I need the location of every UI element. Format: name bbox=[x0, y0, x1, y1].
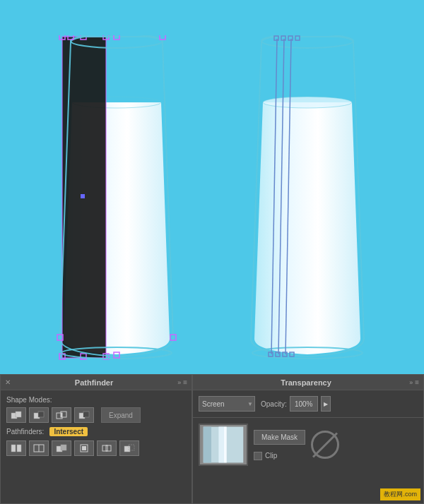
blend-mode-select[interactable]: Screen bbox=[199, 396, 255, 412]
layer-thumbnail bbox=[199, 424, 248, 466]
transparency-panel: ✕ Transparency » ≡ Screen Opacity: ▶ bbox=[192, 374, 424, 504]
svg-rect-11 bbox=[81, 194, 85, 198]
pathfinders-row bbox=[6, 440, 186, 456]
thumbnail-area: Make Mask Clip bbox=[193, 418, 423, 472]
transparency-double-arrow-icon: » bbox=[409, 379, 413, 386]
watermark: 教程网.com bbox=[380, 488, 420, 500]
opacity-input[interactable] bbox=[290, 396, 318, 412]
svg-rect-45 bbox=[11, 445, 16, 452]
svg-rect-44 bbox=[83, 413, 85, 417]
shape-modes-label: Shape Modes: bbox=[6, 396, 186, 404]
svg-rect-53 bbox=[102, 445, 107, 451]
pathfinder-menu-icon[interactable]: ≡ bbox=[183, 378, 187, 386]
svg-rect-55 bbox=[124, 446, 130, 452]
svg-rect-38 bbox=[38, 412, 44, 417]
bottom-panels: ✕ Pathfinder » ≡ Shape Modes: bbox=[0, 374, 424, 504]
pathfinder-panel-header: ✕ Pathfinder » ≡ bbox=[1, 375, 192, 390]
canvas-area bbox=[0, 0, 424, 374]
unite-button[interactable] bbox=[6, 407, 26, 423]
transparency-panel-header: ✕ Transparency » ≡ bbox=[193, 375, 423, 390]
svg-rect-41 bbox=[61, 413, 62, 417]
pathfinder-close-icon[interactable]: ✕ bbox=[5, 378, 11, 386]
opacity-row: Opacity: ▶ bbox=[261, 396, 331, 412]
pathfinder-panel: ✕ Pathfinder » ≡ Shape Modes: bbox=[0, 374, 192, 504]
svg-rect-54 bbox=[106, 445, 111, 451]
svg-rect-36 bbox=[16, 412, 21, 417]
pf-crop-button[interactable] bbox=[74, 440, 94, 456]
clip-checkbox[interactable] bbox=[254, 452, 262, 460]
clip-row: Clip bbox=[254, 452, 277, 460]
expand-button[interactable]: Expand bbox=[101, 407, 141, 423]
transparency-title: Transparency bbox=[281, 378, 331, 387]
transparency-menu-icon[interactable]: ≡ bbox=[415, 378, 419, 386]
exclude-button[interactable] bbox=[74, 407, 94, 423]
intersect-button[interactable] bbox=[52, 407, 71, 423]
pf-divide-button[interactable] bbox=[6, 440, 26, 456]
svg-rect-61 bbox=[218, 427, 224, 463]
opacity-label: Opacity: bbox=[261, 400, 287, 408]
intersect-badge: Intersect bbox=[49, 427, 88, 436]
blend-mode-wrapper: Screen bbox=[199, 396, 255, 412]
pathfinder-double-arrow-icon: » bbox=[177, 379, 181, 386]
pathfinder-title: Pathfinder bbox=[75, 378, 113, 387]
svg-rect-50 bbox=[61, 445, 66, 450]
svg-rect-63 bbox=[204, 427, 211, 463]
glass-right bbox=[240, 35, 375, 360]
svg-rect-52 bbox=[82, 446, 86, 450]
pathfinder-content: Shape Modes: bbox=[1, 390, 192, 467]
pf-outline-button[interactable] bbox=[97, 440, 117, 456]
opacity-arrow-button[interactable]: ▶ bbox=[321, 396, 331, 412]
transparency-controls: Screen Opacity: ▶ bbox=[193, 390, 423, 418]
svg-rect-46 bbox=[17, 445, 21, 452]
no-symbol-icon bbox=[311, 431, 339, 459]
svg-rect-62 bbox=[224, 427, 227, 463]
glass-left bbox=[49, 35, 184, 360]
pf-merge-button[interactable] bbox=[52, 440, 71, 456]
svg-rect-31 bbox=[269, 352, 273, 356]
shape-modes-row: Expand bbox=[6, 407, 186, 423]
clip-label: Clip bbox=[265, 452, 277, 460]
make-mask-button[interactable]: Make Mask bbox=[254, 430, 305, 445]
pf-trim-button[interactable] bbox=[29, 440, 49, 456]
minus-front-button[interactable] bbox=[29, 407, 49, 423]
pf-subtract-button[interactable] bbox=[119, 440, 139, 456]
pathfinders-label: Pathfinders: bbox=[6, 428, 44, 436]
